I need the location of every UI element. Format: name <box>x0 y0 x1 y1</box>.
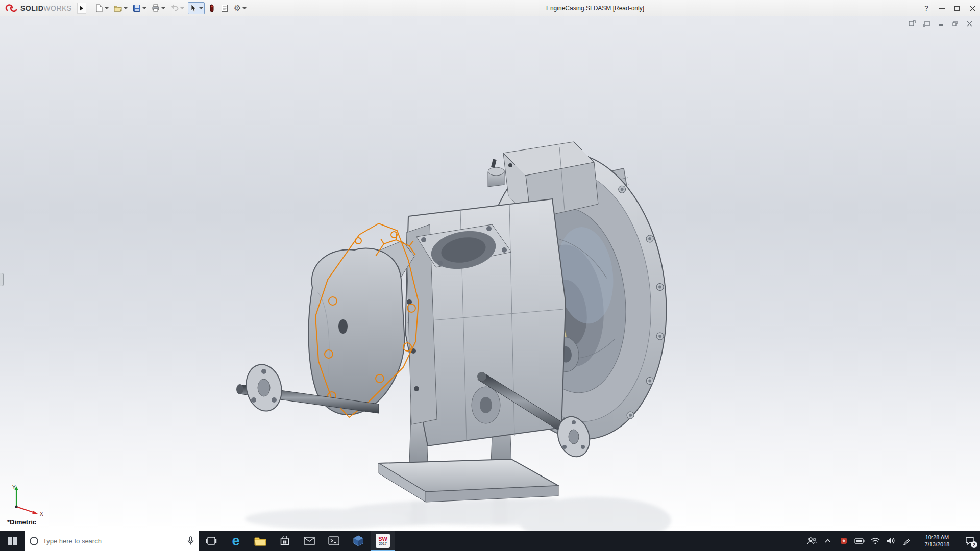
solidworks-app-icon: SW 2017 <box>376 534 390 548</box>
network-button[interactable] <box>867 531 883 551</box>
cortana-icon <box>30 537 38 545</box>
wifi-icon <box>871 538 880 544</box>
command-prompt-icon <box>328 536 339 545</box>
dropdown-arrow-icon[interactable] <box>124 7 128 9</box>
document-window-controls <box>906 19 975 28</box>
minimize-button[interactable] <box>934 0 949 16</box>
pen-button[interactable] <box>899 531 915 551</box>
options-button[interactable]: ⚙ <box>232 2 248 14</box>
stand-base[interactable] <box>379 459 558 502</box>
store-button[interactable] <box>273 531 297 551</box>
open-document-icon <box>114 4 122 12</box>
close-icon <box>970 6 975 11</box>
task-view-button[interactable] <box>199 531 224 551</box>
system-tray: 10:28 AM 7/13/2018 2 <box>804 531 980 551</box>
view-orientation-label: *Dimetric <box>7 518 36 526</box>
edge-button[interactable]: e <box>224 531 248 551</box>
dropdown-arrow-icon[interactable] <box>105 7 109 9</box>
side-cover-plate[interactable] <box>308 248 404 415</box>
clock-time: 10:28 AM <box>915 534 960 541</box>
maximize-button[interactable] <box>949 0 965 16</box>
mail-button[interactable] <box>297 531 322 551</box>
solidworks-rx-icon <box>840 537 847 544</box>
file-properties-button[interactable] <box>219 2 230 14</box>
child-minimize-button[interactable] <box>935 19 946 28</box>
toolbar-expand-arrow[interactable] <box>77 3 86 14</box>
brand-text: SOLIDWORKS <box>20 4 72 12</box>
select-tool-button[interactable] <box>188 2 205 14</box>
solidworks-logo: SOLIDWORKS <box>0 0 77 16</box>
close-button[interactable] <box>965 0 980 16</box>
file-explorer-icon <box>254 536 266 546</box>
rebuild-icon <box>208 4 215 12</box>
battery-icon <box>854 538 865 544</box>
window-controls: ? <box>919 0 980 16</box>
speaker-icon <box>887 537 895 544</box>
file-explorer-button[interactable] <box>248 531 273 551</box>
people-icon <box>807 537 817 545</box>
child-restore-button[interactable] <box>949 19 961 28</box>
options-gear-icon: ⚙ <box>234 4 241 12</box>
title-bar: SOLIDWORKS <box>0 0 980 16</box>
select-cursor-icon <box>189 4 198 12</box>
dropdown-arrow-icon[interactable] <box>199 7 203 9</box>
quick-access-toolbar: ⚙ <box>93 2 248 14</box>
floor-reflection <box>245 497 671 531</box>
start-button[interactable] <box>0 531 24 551</box>
undo-button[interactable] <box>169 2 186 14</box>
solidworks-logo-glyph <box>5 3 18 13</box>
new-document-icon <box>95 4 103 12</box>
notification-badge: 2 <box>971 541 977 548</box>
dropdown-arrow-icon[interactable] <box>161 7 165 9</box>
edrawings-button[interactable] <box>346 531 371 551</box>
graphics-viewport[interactable]: Y X *Dimetric <box>0 16 980 531</box>
taskbar-apps: e <box>199 531 395 551</box>
microphone-icon[interactable] <box>187 536 194 545</box>
print-icon <box>152 4 160 12</box>
battery-button[interactable] <box>851 531 867 551</box>
document-title: EngineCasing.SLDASM [Read-only] <box>546 0 644 16</box>
search-input[interactable] <box>43 537 183 545</box>
action-center-button[interactable]: 2 <box>960 531 980 551</box>
solidworks-rx-button[interactable] <box>836 531 851 551</box>
child-close-button[interactable] <box>964 19 975 28</box>
people-button[interactable] <box>804 531 820 551</box>
help-button[interactable]: ? <box>919 0 934 16</box>
dropdown-arrow-icon[interactable] <box>242 7 247 9</box>
float-pane-icon[interactable] <box>906 19 918 28</box>
print-button[interactable] <box>150 2 167 14</box>
dropdown-arrow-icon[interactable] <box>180 7 184 9</box>
triad-y-label: Y <box>12 485 16 490</box>
save-icon <box>133 4 141 12</box>
undo-icon <box>170 4 179 12</box>
taskbar-search[interactable] <box>24 531 199 551</box>
store-icon <box>280 536 290 546</box>
orientation-triad[interactable]: Y X <box>8 483 46 518</box>
triad-x-label: X <box>40 511 43 517</box>
panel-collapse-tab[interactable] <box>0 273 4 286</box>
pen-icon <box>903 537 911 545</box>
file-properties-icon <box>220 4 229 12</box>
engine-casing-model[interactable] <box>0 16 980 531</box>
new-document-button[interactable] <box>93 2 110 14</box>
dock-pane-icon[interactable] <box>921 19 932 28</box>
save-button[interactable] <box>131 2 148 14</box>
edge-icon: e <box>232 534 239 548</box>
volume-button[interactable] <box>883 531 899 551</box>
command-prompt-button[interactable] <box>322 531 346 551</box>
clock-date: 7/13/2018 <box>915 541 960 548</box>
rebuild-button[interactable] <box>207 2 217 14</box>
edrawings-icon <box>353 535 364 546</box>
task-view-icon <box>206 536 217 545</box>
mail-icon <box>304 537 315 545</box>
windows-taskbar: e <box>0 531 980 551</box>
solidworks-2017-button[interactable]: SW 2017 <box>371 531 395 551</box>
dropdown-arrow-icon[interactable] <box>142 7 146 9</box>
open-document-button[interactable] <box>112 2 129 14</box>
show-hidden-icons-button[interactable] <box>820 531 836 551</box>
chevron-up-icon <box>825 539 831 543</box>
taskbar-clock[interactable]: 10:28 AM 7/13/2018 <box>915 534 960 548</box>
windows-logo-icon <box>8 537 17 545</box>
